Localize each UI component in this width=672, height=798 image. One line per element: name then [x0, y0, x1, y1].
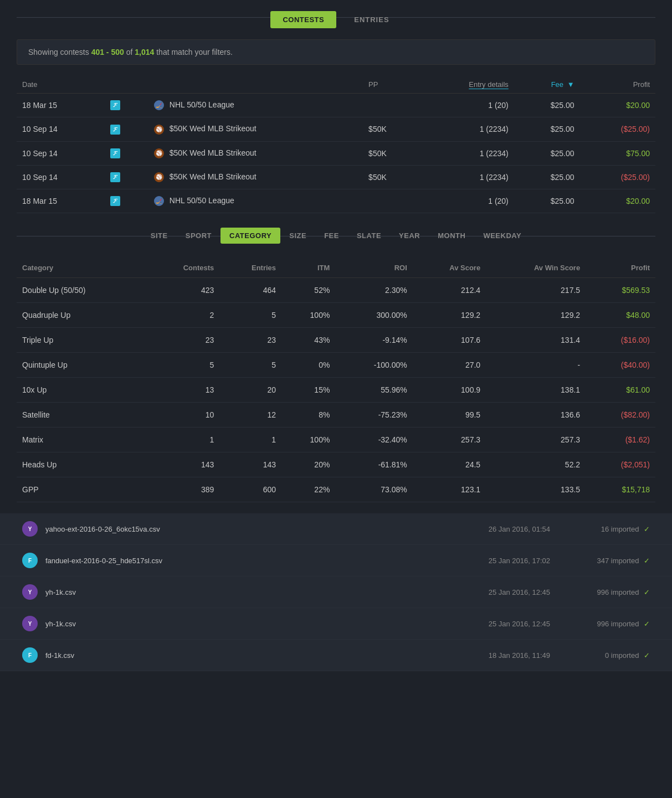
stat-av-win-score: 131.4 — [486, 328, 586, 353]
stat-av-win-score: 257.3 — [486, 428, 586, 452]
filter-tab-category[interactable]: CATEGORY — [220, 228, 280, 244]
filter-tab-sport[interactable]: SPORT — [177, 228, 220, 244]
filter-tab-month[interactable]: MONTH — [429, 228, 474, 244]
import-date: 25 Jan 2016, 12:45 — [461, 620, 550, 628]
stat-entries: 20 — [219, 378, 281, 403]
contest-entry-details: 1 (2234) — [418, 117, 514, 141]
stat-av-score: 129.2 — [413, 303, 486, 328]
filter-tab-slate[interactable]: SLATE — [348, 228, 390, 244]
fd-icon: 𝓕 — [110, 148, 120, 158]
check-icon: ✓ — [644, 620, 650, 628]
contest-pp: $50K — [363, 141, 418, 165]
stats-row: Heads Up 143 143 20% -61.81% 24.5 52.2 (… — [17, 452, 655, 477]
contest-date: 18 Mar 15 — [17, 94, 105, 117]
info-bar: Showing contests 401 - 500 of 1,014 that… — [17, 39, 655, 65]
import-status: 996 imported ✓ — [583, 588, 650, 596]
import-status: 0 imported ✓ — [583, 651, 650, 660]
contest-pp — [363, 94, 418, 117]
fd-icon: 𝓕 — [110, 100, 120, 110]
stat-contests: 1 — [146, 428, 219, 452]
filter-tabs-container: SITE SPORT CATEGORY SIZE FEE SLATE YEAR … — [0, 219, 672, 253]
import-date: 18 Jan 2016, 11:49 — [461, 651, 550, 660]
stats-row: Triple Up 23 23 43% -9.14% 107.6 131.4 (… — [17, 328, 655, 353]
import-row: F fanduel-ext-2016-0-25_hde517sl.csv 25 … — [0, 545, 672, 576]
stat-av-score: 257.3 — [413, 428, 486, 452]
stat-contests: 423 — [146, 278, 219, 303]
th-profit: Profit — [580, 76, 655, 94]
stats-row: Double Up (50/50) 423 464 52% 2.30% 212.… — [17, 278, 655, 303]
stat-itm: 100% — [281, 303, 335, 328]
stat-category: GPP — [17, 477, 146, 502]
filter-tab-size[interactable]: SIZE — [280, 228, 315, 244]
contest-sport-name: ⚾ $50K Wed MLB Strikeout — [148, 117, 363, 141]
contest-profit: ($25.00) — [580, 117, 655, 141]
stat-itm: 22% — [281, 477, 335, 502]
stat-av-score: 212.4 — [413, 278, 486, 303]
contest-pp: $50K — [363, 117, 418, 141]
contest-fee: $25.00 — [514, 165, 580, 189]
import-filename: yh-1k.csv — [45, 620, 461, 628]
stat-itm: 20% — [281, 452, 335, 477]
table-row: 10 Sep 14 𝓕 ⚾ $50K Wed MLB Strikeout $50… — [17, 117, 655, 141]
sport-icon: 🏒 — [154, 100, 164, 110]
stats-th-av-score: Av Score — [413, 258, 486, 278]
stat-roi: -32.40% — [335, 428, 412, 452]
contest-entry-details: 1 (20) — [418, 189, 514, 213]
stat-itm: 0% — [281, 353, 335, 378]
stat-category: Heads Up — [17, 452, 146, 477]
import-date: 25 Jan 2016, 12:45 — [461, 588, 550, 596]
stat-itm: 52% — [281, 278, 335, 303]
stats-row: Satellite 10 12 8% -75.23% 99.5 136.6 ($… — [17, 403, 655, 428]
stats-row: GPP 389 600 22% 73.08% 123.1 133.5 $15,7… — [17, 477, 655, 502]
contest-fee: $25.00 — [514, 189, 580, 213]
th-entry-details[interactable]: Entry details — [418, 76, 514, 94]
stat-profit: ($40.00) — [586, 353, 655, 378]
stat-profit: $15,718 — [586, 477, 655, 502]
tab-entries[interactable]: ENTRIES — [342, 11, 401, 28]
check-icon: ✓ — [644, 651, 650, 660]
stat-entries: 1 — [219, 428, 281, 452]
stats-th-itm: ITM — [281, 258, 335, 278]
contest-profit: ($25.00) — [580, 165, 655, 189]
contest-pp — [363, 189, 418, 213]
top-tabs-container: CONTESTS ENTRIES — [0, 0, 672, 34]
contest-date: 10 Sep 14 — [17, 141, 105, 165]
stat-category: Quintuple Up — [17, 353, 146, 378]
tab-contests[interactable]: CONTESTS — [270, 11, 336, 28]
range-display: 401 - 500 — [91, 48, 124, 56]
contest-pp: $50K — [363, 165, 418, 189]
stats-row: Quadruple Up 2 5 100% 300.00% 129.2 129.… — [17, 303, 655, 328]
stat-roi: -9.14% — [335, 328, 412, 353]
contest-site-icon: 𝓕 — [105, 189, 148, 213]
stat-entries: 5 — [219, 353, 281, 378]
filter-tab-fee[interactable]: FEE — [315, 228, 348, 244]
stat-av-win-score: 138.1 — [486, 378, 586, 403]
contest-profit: $20.00 — [580, 94, 655, 117]
contest-fee: $25.00 — [514, 94, 580, 117]
stat-entries: 23 — [219, 328, 281, 353]
stat-av-win-score: 129.2 — [486, 303, 586, 328]
stats-th-entries: Entries — [219, 258, 281, 278]
total-count: 1,014 — [135, 48, 154, 56]
stat-contests: 389 — [146, 477, 219, 502]
info-text-prefix: Showing contests — [28, 48, 91, 56]
stats-th-category: Category — [17, 258, 146, 278]
contest-sport-name: 🏒 NHL 50/50 League — [148, 94, 363, 117]
stat-itm: 43% — [281, 328, 335, 353]
filter-tab-year[interactable]: YEAR — [390, 228, 429, 244]
filter-tab-site[interactable]: SITE — [142, 228, 177, 244]
stats-th-contests: Contests — [146, 258, 219, 278]
stat-entries: 464 — [219, 278, 281, 303]
import-site-icon: Y — [22, 521, 38, 537]
filter-tab-weekday[interactable]: WEEKDAY — [474, 228, 530, 244]
th-fee[interactable]: Fee ▼ — [514, 76, 580, 94]
stat-category: Satellite — [17, 403, 146, 428]
fee-sort-arrow: ▼ — [567, 80, 574, 89]
sport-icon: ⚾ — [154, 148, 164, 158]
contest-fee: $25.00 — [514, 141, 580, 165]
fd-icon: 𝓕 — [110, 125, 120, 135]
stat-av-score: 99.5 — [413, 403, 486, 428]
import-filename: fanduel-ext-2016-0-25_hde517sl.csv — [45, 557, 461, 565]
stat-av-score: 100.9 — [413, 378, 486, 403]
imports-section: Y yahoo-ext-2016-0-26_6okc15va.csv 26 Ja… — [0, 513, 672, 671]
